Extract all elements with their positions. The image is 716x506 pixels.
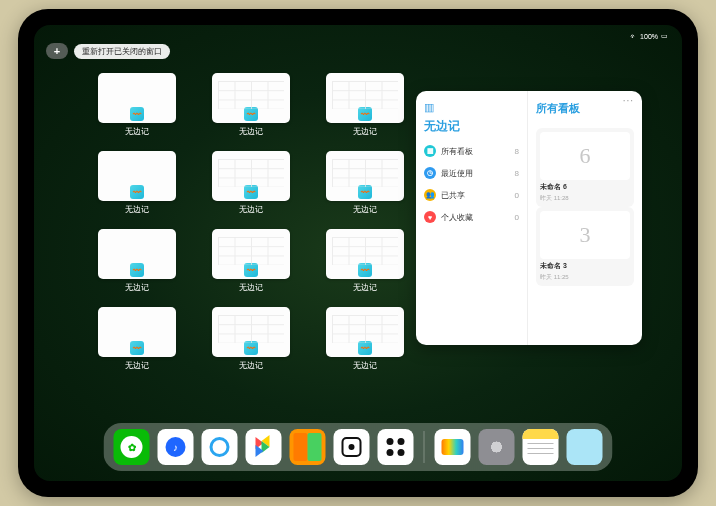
window-thumbnail[interactable]: 〰无边记 — [322, 73, 408, 137]
battery-pct: 100% — [640, 33, 658, 40]
recent-icon: ◷ — [424, 167, 436, 179]
thumbnail-preview[interactable]: 〰 — [98, 229, 176, 279]
freeform-app-badge-icon: 〰 — [358, 263, 372, 277]
board-name: 未命名 6 — [540, 182, 630, 192]
board-timestamp: 昨天 11:25 — [540, 273, 630, 282]
freeform-app-badge-icon: 〰 — [130, 341, 144, 355]
board-card[interactable]: 6未命名 6昨天 11:28 — [536, 128, 634, 207]
dock-separator — [424, 431, 425, 463]
settings-icon[interactable] — [479, 429, 515, 465]
all-icon: ▦ — [424, 145, 436, 157]
notes-icon[interactable] — [523, 429, 559, 465]
thumbnail-label: 无边记 — [353, 126, 377, 137]
thumbnail-preview[interactable]: 〰 — [212, 151, 290, 201]
thumbnail-label: 无边记 — [239, 282, 263, 293]
freeform-app-badge-icon: 〰 — [358, 341, 372, 355]
add-window-button[interactable]: + — [46, 43, 68, 59]
category-count: 8 — [515, 169, 519, 178]
dock: ✿♪ — [104, 423, 613, 471]
more-icon[interactable]: ··· — [623, 95, 634, 106]
window-thumbnail[interactable]: 〰无边记 — [208, 229, 294, 293]
freeform-app-badge-icon: 〰 — [130, 185, 144, 199]
window-thumbnail[interactable]: 〰无边记 — [94, 229, 180, 293]
app-folder-icon[interactable] — [567, 429, 603, 465]
thumbnail-label: 无边记 — [239, 204, 263, 215]
freeform-app-badge-icon: 〰 — [244, 341, 258, 355]
category-label: 最近使用 — [441, 168, 473, 179]
thumbnail-preview[interactable]: 〰 — [98, 151, 176, 201]
window-thumbnail[interactable]: 〰无边记 — [322, 307, 408, 371]
reopen-closed-window-button[interactable]: 重新打开已关闭的窗口 — [74, 44, 170, 59]
thumbnail-preview[interactable]: 〰 — [212, 73, 290, 123]
freeform-app-badge-icon: 〰 — [244, 107, 258, 121]
thumbnail-preview[interactable]: 〰 — [98, 307, 176, 357]
ipad-frame: ᯤ 100% ▭ + 重新打开已关闭的窗口 〰无边记〰无边记〰无边记〰无边记〰无… — [18, 9, 698, 497]
category-shared[interactable]: 👥已共享0 — [424, 189, 519, 201]
category-all[interactable]: ▦所有看板8 — [424, 145, 519, 157]
window-thumbnail[interactable]: 〰无边记 — [208, 151, 294, 215]
thumbnail-preview[interactable]: 〰 — [326, 307, 404, 357]
panel-right-title: 所有看板 — [536, 101, 634, 116]
thumbnail-label: 无边记 — [125, 282, 149, 293]
board-timestamp: 昨天 11:28 — [540, 194, 630, 203]
window-thumbnail[interactable]: 〰无边记 — [94, 151, 180, 215]
screen: ᯤ 100% ▭ + 重新打开已关闭的窗口 〰无边记〰无边记〰无边记〰无边记〰无… — [34, 25, 682, 481]
thumbnail-label: 无边记 — [125, 360, 149, 371]
thumbnail-preview[interactable]: 〰 — [326, 73, 404, 123]
category-recent[interactable]: ◷最近使用8 — [424, 167, 519, 179]
play-store-icon[interactable] — [246, 429, 282, 465]
board-card[interactable]: 3未命名 3昨天 11:25 — [536, 207, 634, 286]
thumbnail-preview[interactable]: 〰 — [326, 229, 404, 279]
thumbnail-label: 无边记 — [125, 204, 149, 215]
whiteboard-app-icon[interactable] — [334, 429, 370, 465]
shared-icon: 👥 — [424, 189, 436, 201]
window-thumbnail[interactable]: 〰无边记 — [208, 307, 294, 371]
thumbnail-preview[interactable]: 〰 — [212, 229, 290, 279]
thumbnail-label: 无边记 — [239, 360, 263, 371]
music-icon[interactable]: ♪ — [158, 429, 194, 465]
panel-sidebar: ▥ 无边记 ▦所有看板8◷最近使用8👥已共享0♥个人收藏0 — [416, 91, 528, 345]
category-count: 0 — [515, 213, 519, 222]
category-fav[interactable]: ♥个人收藏0 — [424, 211, 519, 223]
category-count: 0 — [515, 191, 519, 200]
freeform-app-badge-icon: 〰 — [244, 185, 258, 199]
category-label: 个人收藏 — [441, 212, 473, 223]
battery-icon: ▭ — [661, 32, 668, 40]
thumbnail-preview[interactable]: 〰 — [212, 307, 290, 357]
thumbnail-preview[interactable]: 〰 — [98, 73, 176, 123]
fav-icon: ♥ — [424, 211, 436, 223]
window-thumbnail[interactable]: 〰无边记 — [94, 307, 180, 371]
board-preview: 3 — [540, 211, 630, 259]
freeform-app-badge-icon: 〰 — [244, 263, 258, 277]
panel-content: 所有看板 6未命名 6昨天 11:283未命名 3昨天 11:25 — [528, 91, 642, 345]
freeform-app-badge-icon: 〰 — [358, 107, 372, 121]
camera-app-icon[interactable] — [378, 429, 414, 465]
board-preview: 6 — [540, 132, 630, 180]
freeform-icon[interactable] — [435, 429, 471, 465]
window-thumbnail[interactable]: 〰无边记 — [94, 73, 180, 137]
thumbnail-label: 无边记 — [353, 282, 377, 293]
status-bar: ᯤ 100% ▭ — [34, 29, 682, 43]
window-thumbnail[interactable]: 〰无边记 — [208, 73, 294, 137]
freeform-app-badge-icon: 〰 — [358, 185, 372, 199]
sidebar-toggle-icon[interactable]: ▥ — [424, 101, 519, 114]
thumbnail-label: 无边记 — [239, 126, 263, 137]
window-thumbnail[interactable]: 〰无边记 — [322, 229, 408, 293]
thumbnail-label: 无边记 — [353, 204, 377, 215]
panel-title: 无边记 — [424, 118, 519, 135]
qq-browser-icon[interactable] — [202, 429, 238, 465]
app-panel[interactable]: ··· ▥ 无边记 ▦所有看板8◷最近使用8👥已共享0♥个人收藏0 所有看板 6… — [416, 91, 642, 345]
freeform-app-badge-icon: 〰 — [130, 107, 144, 121]
thumbnail-preview[interactable]: 〰 — [326, 151, 404, 201]
category-count: 8 — [515, 147, 519, 156]
category-label: 所有看板 — [441, 146, 473, 157]
window-grid: 〰无边记〰无边记〰无边记〰无边记〰无边记〰无边记〰无边记〰无边记〰无边记〰无边记… — [94, 73, 454, 371]
thumbnail-label: 无边记 — [353, 360, 377, 371]
thumbnail-label: 无边记 — [125, 126, 149, 137]
window-thumbnail[interactable]: 〰无边记 — [322, 151, 408, 215]
freeform-app-badge-icon: 〰 — [130, 263, 144, 277]
books-icon[interactable] — [290, 429, 326, 465]
wifi-icon: ᯤ — [630, 33, 637, 40]
wechat-icon[interactable]: ✿ — [114, 429, 150, 465]
category-label: 已共享 — [441, 190, 465, 201]
